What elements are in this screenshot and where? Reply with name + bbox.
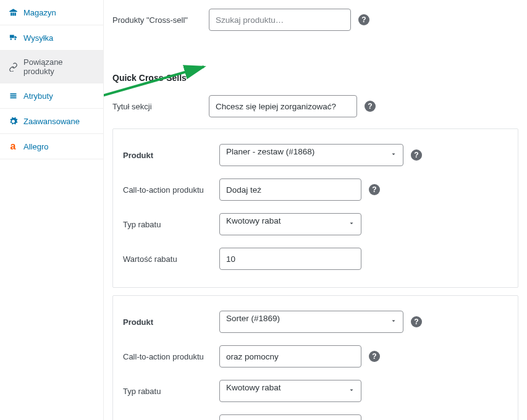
storage-icon — [7, 7, 19, 18]
product-box: Produkt Sorter (#1869) ? Call-to-action … — [112, 295, 518, 420]
cross-sell-label: Produkty "Cross-sell" — [112, 15, 209, 25]
link-icon — [7, 61, 19, 72]
sidebar-item-atrybuty[interactable]: Atrybuty — [0, 83, 103, 109]
truck-icon — [7, 32, 19, 43]
quick-cross-sells-heading: Quick Cross-Sells — [112, 73, 518, 83]
section-title-label: Tytuł sekcji — [112, 102, 209, 111]
discount-type-label: Typ rabatu — [123, 220, 219, 229]
discount-value-label: Wartość rabatu — [123, 254, 219, 264]
sidebar-item-magazyn[interactable]: Magazyn — [0, 0, 103, 25]
help-icon[interactable]: ? — [369, 184, 380, 195]
sidebar-item-allegro[interactable]: a Allegro — [0, 134, 103, 159]
sidebar-item-label: Atrybuty — [23, 91, 53, 101]
sidebar-item-wysylka[interactable]: Wysyłka — [0, 25, 103, 51]
cta-input[interactable] — [219, 178, 361, 201]
sidebar-item-label: Allegro — [23, 142, 48, 151]
cta-input[interactable] — [219, 345, 361, 368]
sidebar-item-powiazane-produkty[interactable]: Powiązane produkty — [0, 51, 103, 83]
cross-sell-row: Produkty "Cross-sell" ? — [112, 0, 518, 35]
sidebar-item-zaawansowane[interactable]: Zaawansowane — [0, 109, 103, 134]
cta-label: Call-to-action produktu — [123, 352, 219, 361]
product-label: Produkt — [123, 317, 219, 327]
section-title-input[interactable] — [209, 95, 357, 117]
gear-icon — [7, 116, 19, 127]
help-icon[interactable]: ? — [369, 351, 380, 362]
cross-sell-search-input[interactable] — [209, 9, 351, 31]
discount-type-select[interactable]: Kwotowy rabat — [219, 380, 361, 402]
product-label: Produkt — [123, 151, 219, 160]
section-title-row: Tytuł sekcji ? — [112, 86, 518, 121]
product-box: Produkt Planer - zestaw (#1868) ? Call-t… — [112, 128, 518, 288]
help-icon[interactable]: ? — [358, 14, 369, 25]
sidebar-item-label: Magazyn — [23, 8, 56, 17]
discount-value-input[interactable] — [219, 248, 361, 270]
discount-value-input[interactable] — [219, 414, 361, 420]
sidebar-item-label: Powiązane produkty — [23, 57, 96, 76]
sidebar: Magazyn Wysyłka Powiązane produkty Atryb… — [0, 0, 104, 420]
product-select[interactable]: Sorter (#1869) — [219, 311, 403, 333]
help-icon[interactable]: ? — [411, 149, 422, 161]
allegro-icon: a — [7, 141, 19, 152]
help-icon[interactable]: ? — [365, 101, 376, 112]
sidebar-item-label: Wysyłka — [23, 33, 53, 43]
main-panel: Produkty "Cross-sell" ? Quick Cross-Sell… — [104, 0, 527, 420]
cta-label: Call-to-action produktu — [123, 185, 219, 195]
product-select[interactable]: Planer - zestaw (#1868) — [219, 144, 403, 166]
list-icon — [7, 90, 19, 101]
sidebar-item-label: Zaawansowane — [23, 117, 80, 126]
discount-type-label: Typ rabatu — [123, 387, 219, 396]
discount-type-select[interactable]: Kwotowy rabat — [219, 213, 361, 235]
help-icon[interactable]: ? — [411, 316, 422, 327]
